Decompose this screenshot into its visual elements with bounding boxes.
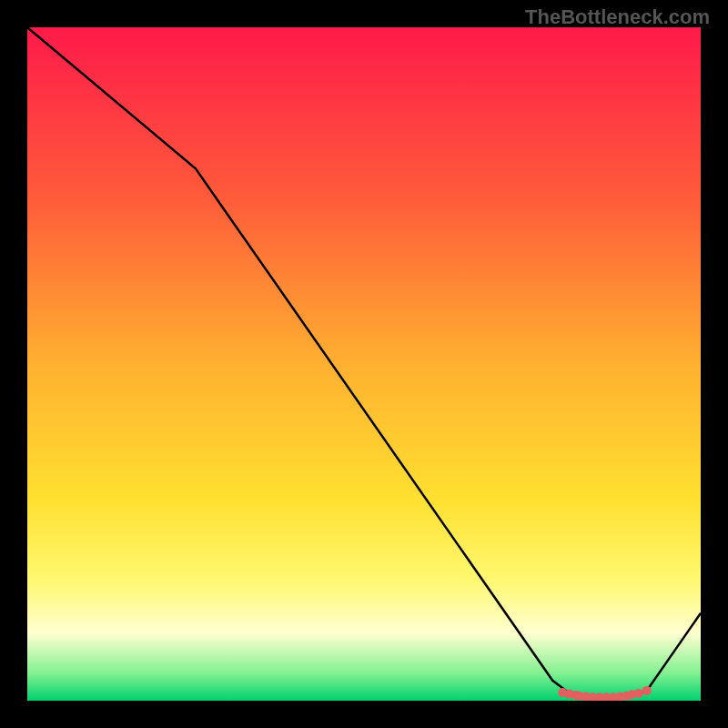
watermark: TheBottleneck.com xyxy=(525,5,710,29)
marker-point xyxy=(634,689,643,698)
plot-area xyxy=(27,27,701,701)
chart-container: TheBottleneck.com xyxy=(0,0,728,728)
chart-svg xyxy=(27,27,701,701)
marker-point xyxy=(642,686,652,695)
gradient-background xyxy=(27,27,701,701)
